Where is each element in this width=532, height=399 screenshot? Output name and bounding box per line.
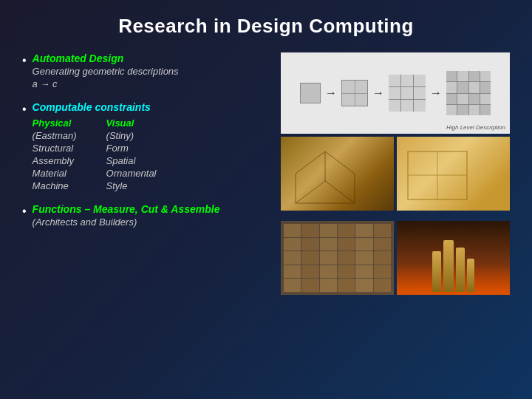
svg-line-6	[325, 181, 355, 203]
diagram-image: → →	[281, 52, 510, 134]
col-shape-2	[443, 240, 454, 292]
bullet-marker-3: •	[22, 205, 27, 218]
content-area: • Automated Design Generating geometric …	[22, 52, 510, 302]
col1-item-1: Physical	[33, 117, 77, 129]
col-list-1: Physical (Eastman) Structural Assembly M…	[33, 117, 77, 191]
col1-item-4: Assembly	[33, 155, 77, 166]
left-column: • Automated Design Generating geometric …	[22, 52, 266, 302]
col2-item-2: (Stiny)	[106, 130, 157, 141]
high-level-label: High Level Description	[446, 124, 505, 131]
col-shape-4	[467, 259, 474, 292]
bullet-section-3: • Functions – Measure, Cut & Assemble (A…	[22, 203, 259, 228]
grid-cell-2	[355, 81, 368, 93]
diagram-shape-1	[300, 83, 321, 103]
col2-item-3: Form	[106, 143, 157, 154]
bullet-content-3: Functions – Measure, Cut & Assemble (Arc…	[33, 203, 259, 228]
bullet-section-2: • Computable constraints Physical (Eastm…	[22, 101, 259, 191]
bullet-row-2: • Computable constraints Physical (Eastm…	[22, 101, 259, 191]
col1-item-2: (Eastman)	[33, 130, 77, 141]
two-col-list: Physical (Eastman) Structural Assembly M…	[33, 117, 259, 191]
bullet-section-1: • Automated Design Generating geometric …	[22, 52, 259, 89]
column-image	[397, 221, 510, 295]
col1-item-3: Structural	[33, 143, 77, 154]
column-shapes	[432, 240, 474, 292]
arrow-3: →	[430, 86, 442, 100]
diagram-shape-3	[389, 75, 426, 112]
svg-line-5	[296, 181, 325, 203]
functions-subtitle: (Architects and Builders)	[33, 216, 259, 228]
col2-item-5: Ornamental	[106, 168, 157, 179]
svg-line-0	[296, 151, 325, 174]
cube-lines	[281, 137, 394, 211]
col1-item-6: Machine	[33, 180, 77, 191]
diagram-shape-2	[341, 80, 368, 106]
bullet-row-3: • Functions – Measure, Cut & Assemble (A…	[22, 203, 259, 228]
slide-title: Research in Design Computing	[22, 15, 510, 38]
brick-image	[281, 221, 394, 295]
grid-cell-1	[342, 81, 355, 93]
grid-cell-4	[355, 94, 368, 106]
cardboard-box-image	[397, 137, 510, 211]
grid-cell-3	[342, 94, 355, 106]
col2-item-6: Style	[106, 180, 157, 191]
bullet-marker-2: •	[22, 103, 27, 116]
bullet-marker-1: •	[22, 54, 27, 67]
bullet-content-2: Computable constraints Physical (Eastman…	[33, 101, 259, 191]
arrow-2: →	[372, 86, 384, 100]
col-list-2: Visual (Stiny) Form Spatial Ornamental S…	[106, 117, 157, 191]
right-image-grid: → →	[281, 52, 510, 302]
col-shape-3	[456, 248, 465, 292]
wooden-cube-image	[281, 137, 394, 211]
col2-item-4: Spatial	[106, 155, 157, 166]
column-detail	[397, 221, 510, 295]
automated-design-title: Automated Design	[33, 52, 259, 64]
arrow-text: a → c	[33, 78, 259, 89]
col1-item-5: Material	[33, 168, 77, 179]
slide: Research in Design Computing • Automated…	[0, 0, 532, 399]
box-lines	[397, 137, 510, 211]
bullet-row-1: • Automated Design Generating geometric …	[22, 52, 259, 89]
svg-line-1	[325, 151, 355, 174]
col-shape-1	[432, 251, 441, 292]
brick-overlay	[281, 221, 394, 295]
arrow-1: →	[325, 86, 337, 100]
automated-design-subtitle: Generating geometric descriptions	[33, 66, 259, 77]
diagram-shape-4	[446, 71, 491, 115]
bullet-content-1: Automated Design Generating geometric de…	[33, 52, 259, 89]
col2-item-1: Visual	[106, 117, 157, 129]
computable-constraints-title: Computable constraints	[33, 101, 259, 113]
diagram-shapes: → →	[294, 65, 497, 121]
functions-title: Functions – Measure, Cut & Assemble	[33, 203, 259, 215]
